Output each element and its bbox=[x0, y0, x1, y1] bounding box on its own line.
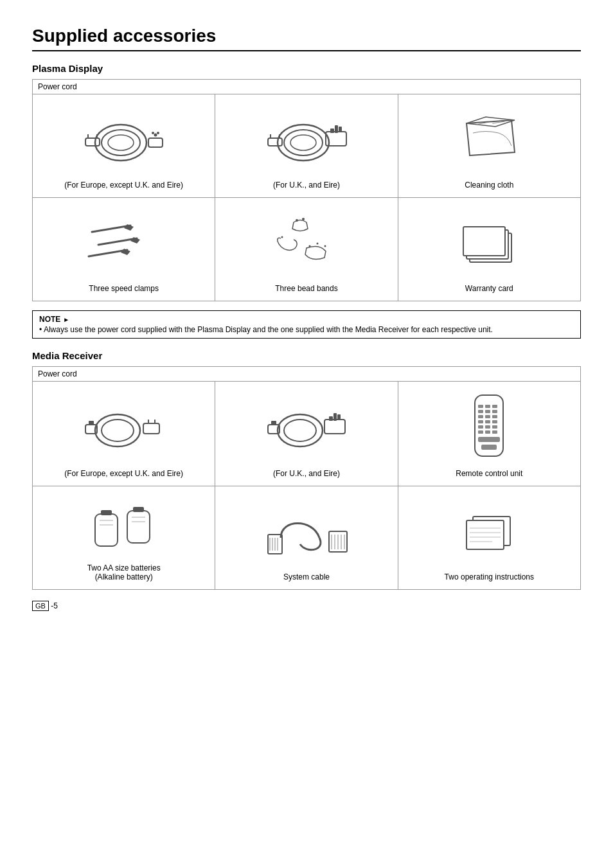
svg-rect-71 bbox=[485, 430, 490, 434]
svg-point-35 bbox=[324, 245, 326, 247]
svg-marker-20 bbox=[466, 120, 515, 155]
batteries-label: Two AA size batteries (Alkaline battery) bbox=[87, 563, 161, 581]
power-cord-label-media: Power cord bbox=[33, 367, 580, 382]
note-arrow-icon: ► bbox=[63, 316, 69, 323]
system-cable-image bbox=[262, 497, 351, 566]
svg-point-1 bbox=[102, 130, 140, 155]
svg-rect-51 bbox=[333, 413, 337, 421]
speed-clamps-label: Three speed clamps bbox=[89, 284, 159, 293]
svg-point-40 bbox=[102, 420, 134, 441]
svg-rect-61 bbox=[478, 415, 483, 418]
svg-point-34 bbox=[316, 242, 318, 244]
section-heading-media: Media Receiver bbox=[32, 350, 581, 361]
svg-point-7 bbox=[154, 134, 157, 137]
warranty-card-label: Warranty card bbox=[465, 284, 513, 293]
svg-rect-3 bbox=[85, 138, 100, 146]
svg-rect-74 bbox=[481, 445, 497, 450]
power-cord-label-plasma: Power cord bbox=[33, 80, 580, 94]
svg-rect-15 bbox=[339, 127, 342, 132]
svg-rect-45 bbox=[89, 421, 94, 425]
media-receiver-table: Power cord (For Europe, except U.K. and … bbox=[32, 366, 581, 590]
plasma-top-row: (For Europe, except U.K. and Eire) bbox=[33, 94, 580, 198]
svg-marker-27 bbox=[130, 237, 140, 244]
media-bottom-row: Two AA size batteries (Alkaline battery) bbox=[33, 486, 580, 589]
bead-bands-image bbox=[262, 208, 351, 278]
media-europe-cord-cell: (For Europe, except U.K. and Eire) bbox=[33, 382, 215, 486]
note-box: NOTE ► • Always use the power cord suppl… bbox=[32, 310, 581, 339]
plasma-uk-cord-label: (For U.K., and Eire) bbox=[273, 181, 340, 190]
speed-clamps-image bbox=[79, 208, 169, 278]
svg-rect-17 bbox=[268, 138, 282, 146]
remote-control-label: Remote control unit bbox=[456, 469, 522, 478]
plasma-europe-cord-label: (For Europe, except U.K. and Eire) bbox=[64, 181, 183, 190]
svg-rect-16 bbox=[335, 125, 338, 133]
svg-rect-57 bbox=[492, 405, 497, 408]
system-cable-cell: System cable bbox=[215, 486, 398, 589]
svg-rect-73 bbox=[478, 437, 500, 442]
svg-rect-68 bbox=[485, 425, 490, 429]
page-number: GB -5 bbox=[32, 601, 581, 610]
batteries-cell: Two AA size batteries (Alkaline battery) bbox=[33, 486, 215, 589]
svg-rect-6 bbox=[148, 138, 163, 147]
operating-instructions-label: Two operating instructions bbox=[445, 572, 534, 581]
plasma-bottom-row: Three speed clamps bbox=[33, 198, 580, 301]
remote-control-cell: Remote control unit bbox=[398, 382, 580, 486]
svg-rect-60 bbox=[492, 410, 497, 413]
bead-bands-label: Three bead bands bbox=[275, 284, 337, 293]
remote-control-image bbox=[457, 392, 521, 463]
svg-rect-70 bbox=[478, 430, 483, 434]
svg-point-11 bbox=[284, 130, 323, 155]
svg-line-26 bbox=[98, 238, 137, 245]
operating-instructions-image bbox=[454, 497, 524, 566]
svg-rect-66 bbox=[492, 420, 497, 423]
warranty-card-cell: Warranty card bbox=[398, 198, 580, 301]
svg-rect-62 bbox=[485, 415, 490, 418]
note-text: • Always use the power cord supplied wit… bbox=[39, 325, 574, 334]
svg-line-24 bbox=[92, 226, 130, 232]
svg-rect-49 bbox=[329, 416, 333, 421]
warranty-card-image bbox=[454, 208, 524, 278]
svg-point-47 bbox=[284, 420, 316, 441]
svg-rect-50 bbox=[337, 414, 341, 420]
svg-point-30 bbox=[296, 219, 298, 222]
plasma-display-table: Power cord bbox=[32, 79, 581, 301]
svg-rect-77 bbox=[127, 511, 150, 543]
svg-rect-53 bbox=[271, 421, 276, 425]
plasma-uk-cord-cell: (For U.K., and Eire) bbox=[215, 94, 398, 197]
svg-rect-56 bbox=[485, 405, 490, 408]
svg-point-33 bbox=[308, 245, 310, 247]
svg-point-32 bbox=[281, 236, 283, 238]
svg-marker-29 bbox=[121, 249, 130, 255]
svg-point-9 bbox=[157, 132, 159, 134]
media-europe-cord-label: (For Europe, except U.K. and Eire) bbox=[64, 469, 183, 478]
svg-rect-58 bbox=[478, 410, 483, 413]
svg-line-28 bbox=[89, 250, 127, 256]
cleaning-cloth-image bbox=[454, 105, 524, 174]
batteries-image bbox=[85, 497, 163, 557]
svg-rect-14 bbox=[330, 128, 334, 133]
svg-point-8 bbox=[152, 132, 154, 134]
section-heading-plasma: Plasma Display bbox=[32, 63, 581, 74]
svg-rect-59 bbox=[485, 410, 490, 413]
svg-rect-41 bbox=[143, 423, 159, 434]
svg-rect-72 bbox=[492, 430, 497, 434]
uk-cord-image bbox=[262, 105, 351, 174]
svg-rect-55 bbox=[478, 405, 483, 408]
svg-rect-38 bbox=[463, 227, 505, 256]
media-top-row: (For Europe, except U.K. and Eire) (For … bbox=[33, 382, 580, 486]
svg-rect-69 bbox=[492, 425, 497, 429]
svg-point-2 bbox=[108, 135, 134, 150]
cleaning-cloth-cell: Cleaning cloth bbox=[398, 94, 580, 197]
svg-rect-63 bbox=[492, 415, 497, 418]
svg-point-31 bbox=[302, 218, 305, 220]
svg-rect-76 bbox=[101, 510, 112, 515]
plasma-europe-cord-cell: (For Europe, except U.K. and Eire) bbox=[33, 94, 215, 197]
europe-cord-image bbox=[79, 105, 169, 174]
cleaning-cloth-label: Cleaning cloth bbox=[465, 181, 513, 190]
svg-marker-25 bbox=[124, 224, 134, 231]
media-europe-cord-image bbox=[79, 392, 169, 463]
svg-rect-78 bbox=[133, 507, 144, 512]
page-num-text: -5 bbox=[51, 601, 58, 610]
system-cable-label: System cable bbox=[283, 572, 330, 581]
svg-rect-48 bbox=[324, 420, 345, 434]
